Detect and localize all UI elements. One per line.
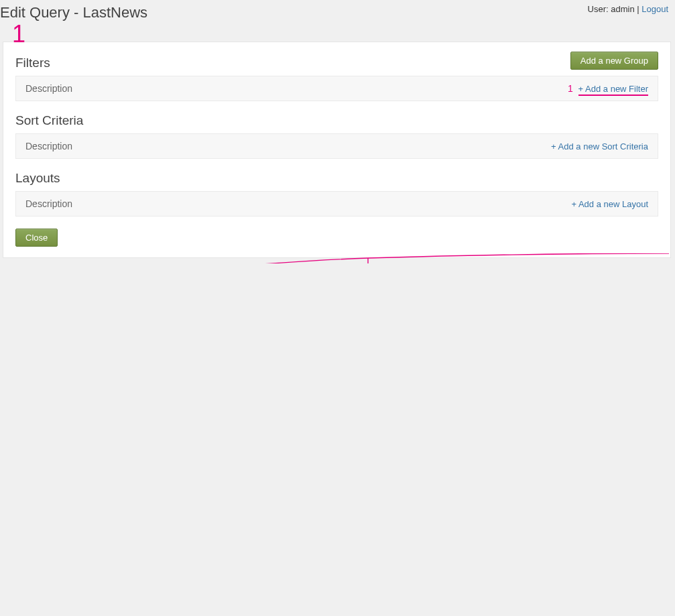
add-sort-link[interactable]: + Add a new Sort Criteria [551,141,648,151]
annotation-1: 1 [12,20,25,48]
close-button[interactable]: Close [15,229,58,247]
sort-bar: Description + Add a new Sort Criteria [15,133,658,159]
add-layout-link[interactable]: + Add a new Layout [571,199,648,209]
query-editor-card: Filters Add a new Group Description 1 + … [3,42,671,258]
sort-desc: Description [25,141,72,151]
layouts-bar: Description + Add a new Layout [15,191,658,217]
layouts-desc: Description [25,198,72,209]
user-area: User: admin | Logout [588,4,668,14]
page-header: Edit Query - LastNews User: admin | Logo… [0,0,675,42]
annotation-small-1: 1 [568,83,573,94]
user-label: User: admin [588,4,635,14]
filters-title: Filters [15,56,50,70]
logout-link[interactable]: Logout [641,4,668,14]
sort-title: Sort Criteria [15,113,658,128]
add-filter-link[interactable]: + Add a new Filter [578,84,648,96]
layouts-title: Layouts [15,171,658,186]
add-group-button[interactable]: Add a new Group [570,52,658,70]
filters-desc: Description [25,83,72,94]
page-title: Edit Query - LastNews [0,4,668,21]
filters-bar: Description 1 + Add a new Filter [15,76,658,101]
